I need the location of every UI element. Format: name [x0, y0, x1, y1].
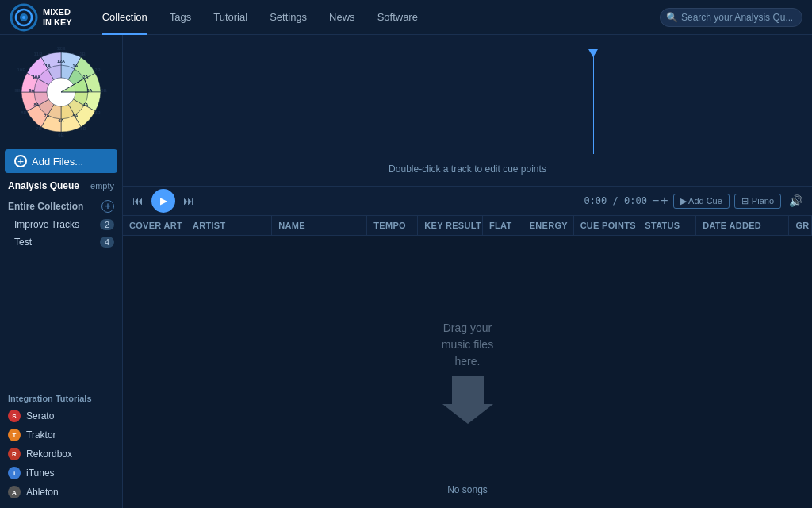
piano-icon: ⊞ — [741, 196, 749, 206]
analysis-queue-label: Analysis Queue — [8, 180, 79, 191]
integration-traktor[interactable]: T Traktor — [0, 425, 122, 444]
analysis-queue: Analysis Queue empty — [0, 176, 122, 195]
cue-marker — [588, 49, 598, 57]
play-button[interactable]: ▶ — [151, 189, 175, 213]
analysis-queue-status: empty — [90, 181, 114, 190]
svg-text:1A: 1A — [72, 64, 78, 68]
svg-text:5A: 5A — [72, 114, 78, 118]
table-header: COVER ART ARTIST NAME TEMPO KEY RESULT F… — [123, 216, 812, 236]
sidebar: 12B 1B 2B 3B 4B 5B 6B 7B 8B 9B 10B 11B 1… — [0, 35, 123, 508]
nav-tutorial[interactable]: Tutorial — [202, 0, 259, 35]
th-status: STATUS — [638, 216, 696, 235]
svg-text:4B: 4B — [94, 110, 101, 115]
integration-serato[interactable]: S Serato — [0, 406, 122, 425]
entire-collection-label: Entire Collection — [8, 201, 83, 212]
svg-text:7A: 7A — [44, 114, 49, 118]
skip-back-button[interactable]: ⏮ — [129, 193, 147, 209]
integration-label: Integration Tutorials — [0, 387, 122, 406]
drag-arrow-icon — [436, 376, 500, 424]
svg-text:12A: 12A — [57, 59, 65, 64]
rekordbox-icon: R — [8, 448, 21, 460]
svg-text:6A: 6A — [58, 118, 63, 123]
piano-button[interactable]: ⊞ Piano — [734, 194, 781, 209]
svg-text:3A: 3A — [86, 88, 92, 93]
double-click-message: Double-click a track to edit cue points — [389, 164, 546, 175]
table-body[interactable]: Drag yourmusic fileshere. No songs — [123, 236, 812, 508]
th-key-result: KEY RESULT — [418, 216, 483, 235]
nav-news[interactable]: News — [318, 0, 366, 35]
svg-text:2B: 2B — [94, 67, 101, 72]
svg-text:10A: 10A — [33, 75, 40, 79]
svg-text:4A: 4A — [82, 102, 88, 107]
search-input[interactable] — [660, 8, 802, 27]
integration-itunes[interactable]: i iTunes — [0, 464, 122, 483]
svg-text:11A: 11A — [43, 64, 51, 68]
th-tempo: TEMPO — [367, 216, 418, 235]
itunes-label: iTunes — [26, 468, 55, 479]
svg-text:8B: 8B — [21, 110, 27, 115]
main-layout: 12B 1B 2B 3B 4B 5B 6B 7B 8B 9B 10B 11B 1… — [0, 35, 812, 508]
th-name: NAME — [272, 216, 367, 235]
app-logo: MIXED IN KEY — [10, 3, 72, 32]
skip-forward-button[interactable]: ⏭ — [180, 193, 197, 209]
sidebar-item-label: Test — [14, 237, 32, 248]
add-files-icon: + — [14, 155, 27, 167]
nav-links: Collection Tags Tutorial Settings News S… — [91, 0, 660, 35]
traktor-icon: T — [8, 429, 21, 441]
search-wrap: 🔍 — [660, 8, 802, 27]
drag-drop-area: Drag yourmusic fileshere. — [436, 320, 500, 424]
traktor-label: Traktor — [26, 429, 56, 441]
add-files-button[interactable]: + Add Files... — [5, 149, 117, 173]
th-icon — [768, 216, 790, 235]
piano-label: Piano — [752, 196, 774, 206]
svg-text:8A: 8A — [33, 102, 39, 107]
th-date-added: DATE ADDED — [696, 216, 768, 235]
svg-text:6B: 6B — [58, 133, 64, 137]
transport-bar: ⏮ ▶ ⏭ 0:00 / 0:00 − + ▶ Add Cue ⊞ Piano … — [123, 186, 812, 216]
add-files-label: Add Files... — [32, 156, 83, 167]
th-cover-art: COVER ART — [123, 216, 186, 235]
nav-tags[interactable]: Tags — [159, 0, 202, 35]
th-flat: FLAT — [483, 216, 523, 235]
track-table: COVER ART ARTIST NAME TEMPO KEY RESULT F… — [123, 216, 812, 508]
serato-icon: S — [8, 410, 21, 422]
integration-rekordbox[interactable]: R Rekordbox — [0, 444, 122, 464]
entire-collection-header[interactable]: Entire Collection + — [0, 195, 122, 216]
no-songs-label: No songs — [447, 484, 488, 495]
ableton-icon: A — [8, 486, 21, 498]
sidebar-item-count: 2 — [100, 219, 114, 230]
add-cue-label: Add Cue — [688, 196, 722, 206]
volume-button[interactable]: 🔊 — [786, 194, 806, 207]
nav-settings[interactable]: Settings — [259, 0, 318, 35]
svg-text:1B: 1B — [79, 52, 86, 56]
integration-ableton[interactable]: A Ableton — [0, 483, 122, 502]
svg-text:3B: 3B — [101, 88, 107, 93]
serato-label: Serato — [26, 410, 54, 421]
svg-text:9A: 9A — [29, 88, 34, 93]
sidebar-item-test[interactable]: Test 4 — [0, 233, 122, 251]
svg-text:7B: 7B — [36, 126, 42, 131]
cue-line — [593, 51, 594, 154]
th-energy: ENERGY — [523, 216, 574, 235]
waveform-area[interactable]: Double-click a track to edit cue points — [123, 35, 812, 186]
nav-collection[interactable]: Collection — [91, 0, 159, 35]
svg-text:11B: 11B — [33, 52, 43, 56]
th-cue-points: CUE POINTS — [574, 216, 639, 235]
zoom-controls: − + — [652, 194, 668, 207]
svg-text:12B: 12B — [56, 46, 66, 51]
add-cue-button[interactable]: ▶ Add Cue — [673, 194, 730, 209]
camelot-wheel-wrap: 12B 1B 2B 3B 4B 5B 6B 7B 8B 9B 10B 11B 1… — [0, 35, 122, 146]
svg-marker-29 — [442, 376, 493, 424]
sidebar-item-improve-tracks[interactable]: Improve Tracks 2 — [0, 216, 122, 233]
camelot-wheel: 12B 1B 2B 3B 4B 5B 6B 7B 8B 9B 10B 11B 1… — [10, 41, 112, 143]
time-display: 0:00 / 0:00 — [584, 195, 646, 206]
svg-text:2A: 2A — [82, 75, 88, 79]
top-navigation: MIXED IN KEY Collection Tags Tutorial Se… — [0, 0, 812, 35]
add-collection-button[interactable]: + — [102, 200, 114, 213]
zoom-in-button[interactable]: + — [661, 194, 668, 207]
itunes-icon: i — [8, 467, 21, 479]
rekordbox-label: Rekordbox — [26, 448, 72, 460]
zoom-out-button[interactable]: − — [652, 194, 659, 207]
nav-software[interactable]: Software — [366, 0, 429, 35]
svg-text:5B: 5B — [80, 126, 86, 131]
